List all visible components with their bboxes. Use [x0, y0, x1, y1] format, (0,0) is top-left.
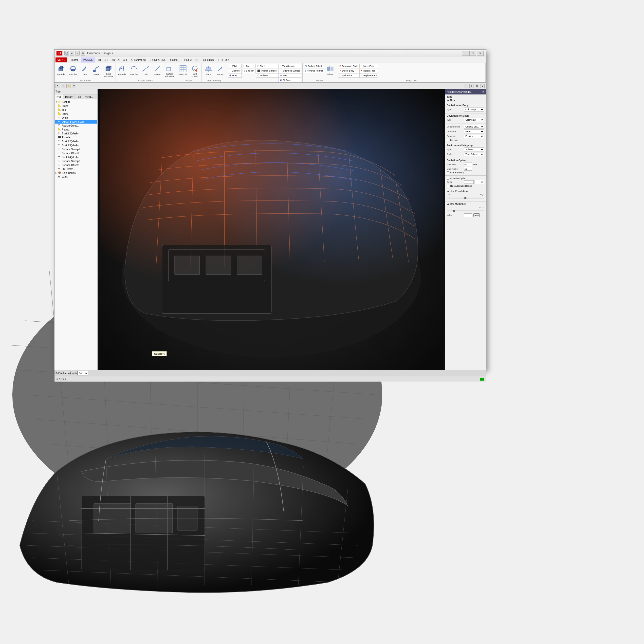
surface-offset-button[interactable]: ⊟ Surface Offset: [304, 64, 324, 68]
save-icon[interactable]: 💾: [64, 51, 69, 55]
tree-surface-sweep2[interactable]: ⬚ Surface Sweep2: [55, 159, 97, 163]
tree-sketch4mesh[interactable]: ✏ Sketch4(Mesh): [55, 155, 97, 159]
max-dist-input[interactable]: [464, 163, 472, 166]
vector-resolution-slider[interactable]: [447, 196, 484, 200]
cmd-rotate[interactable]: ↺: [72, 84, 76, 88]
shell-button[interactable]: ◻ Shell: [256, 64, 278, 68]
cut-button[interactable]: ✂ Cut: [242, 64, 256, 68]
tree-surface-sweep1[interactable]: ⬚ Surface Sweep1: [55, 147, 97, 151]
replace-face-button[interactable]: ⟳ Replace Face: [359, 73, 378, 78]
tree-right[interactable]: 📐 Right: [55, 112, 97, 116]
tree-front[interactable]: 📐 Front: [55, 104, 97, 108]
cmd-view-front[interactable]: F: [464, 84, 468, 88]
tree-solid-bodies[interactable]: ▶ 📦 Solid Bodies: [55, 171, 97, 175]
restore-button[interactable]: □: [469, 51, 476, 56]
mesh-fit-button[interactable]: Mesh Fit: [177, 64, 189, 78]
options-icon[interactable]: ⚙: [81, 51, 85, 55]
menu-polygons[interactable]: POLYGONS: [182, 57, 201, 62]
slider-thumb-2[interactable]: [453, 210, 455, 212]
surface-primitive-button[interactable]: Surface Primitive: [164, 64, 175, 78]
tree-cut47[interactable]: ⊟ Cut47: [55, 175, 97, 179]
tree-dipper[interactable]: ◈ Dipper Bucket Scan: [55, 120, 97, 124]
compare-select[interactable]: Original Sca...: [464, 125, 484, 129]
tree-plane1[interactable]: 📐 Plane1: [55, 128, 97, 131]
transform-body-button[interactable]: ⊞ Transform Body: [338, 64, 359, 68]
revolve-solid-button[interactable]: Revolve: [67, 64, 79, 78]
cmd-view-top[interactable]: T: [469, 84, 474, 88]
tree-sketch2mesh-2[interactable]: ✏ Sketch2(Mesh): [55, 139, 97, 143]
tree-sketch3mesh[interactable]: ✏ Sketch3(Mesh): [55, 143, 97, 147]
fill-face-button[interactable]: ▣ Fill Face: [278, 78, 302, 82]
menu-home[interactable]: HOME: [69, 57, 81, 62]
menu-sketch[interactable]: SKETCH: [95, 57, 110, 62]
extrude-surface-button[interactable]: Extrude: [116, 64, 128, 78]
draft-button[interactable]: ⬟ Draft: [228, 73, 242, 78]
sweep-surface-button[interactable]: Sweep: [152, 64, 163, 78]
menu-alignment[interactable]: ALIGNMENT: [129, 57, 148, 62]
menu-region[interactable]: REGION: [201, 57, 216, 62]
cmd-view-right[interactable]: R: [475, 84, 479, 88]
tree-tab-tree[interactable]: Tree: [55, 94, 63, 99]
tree-tab-help[interactable]: Help: [75, 94, 84, 99]
color-picker[interactable]: [464, 180, 474, 184]
tree-surface-offset1[interactable]: ⬚ Surface Offset1: [55, 151, 97, 155]
color-dropdown[interactable]: [475, 180, 484, 184]
cmd-pan[interactable]: ✋: [66, 84, 71, 88]
viewport[interactable]: Support: [98, 89, 445, 370]
env-texture-select[interactable]: True Sphere: [464, 152, 484, 156]
tree-3d-sketch[interactable]: ✏ 3D Sketch...: [55, 167, 97, 171]
max-angle-input[interactable]: [464, 167, 472, 171]
solid-primitive-button[interactable]: Solid Primitive: [103, 64, 114, 78]
deviation-body-type-select[interactable]: Color Map: [464, 108, 484, 111]
loft-wizard-button[interactable]: L Loft Wizard: [189, 64, 201, 78]
mirror-button[interactable]: Mirror: [325, 64, 336, 78]
tree-tab-view[interactable]: Viewp...: [83, 94, 95, 99]
redo-icon[interactable]: ↪: [75, 51, 80, 55]
menu-surfacing[interactable]: SURFACING: [148, 57, 168, 62]
view-mode-select[interactable]: Auto Aut...: [77, 371, 88, 375]
reverse-normal-button[interactable]: ↕ Reverse Normal: [304, 69, 324, 73]
continuity-select[interactable]: Position: [464, 134, 484, 138]
support-button[interactable]: Support: [65, 371, 69, 375]
menu-texture[interactable]: TEXTURE: [216, 57, 233, 62]
split-face-button[interactable]: ⊡ Split Face: [338, 73, 359, 78]
menu-points[interactable]: POINTS: [168, 57, 182, 62]
cmd-select[interactable]: ↖: [55, 84, 60, 88]
tree-surface-offset2[interactable]: ⬚ Surface Offset2: [55, 163, 97, 167]
radio-none[interactable]: None: [447, 99, 484, 101]
thicken-surface-button[interactable]: ⬛ Thicken Surface: [256, 69, 278, 73]
vector-value-input[interactable]: [464, 213, 472, 217]
auto-button[interactable]: Auto: [473, 213, 480, 217]
analyzer-close-icon[interactable]: ✕: [482, 91, 484, 93]
plane-button[interactable]: Plane: [203, 64, 214, 78]
vector-button[interactable]: Vector: [215, 64, 226, 78]
delete-body-button[interactable]: ✕ Delete Body: [338, 69, 359, 73]
tree-extrude1[interactable]: ⬛ Extrude1: [55, 135, 97, 139]
chamfer-button[interactable]: ◹ Chamfer: [228, 69, 242, 73]
revolve-surface-button[interactable]: Revolve: [128, 64, 140, 78]
delete-face-button[interactable]: ✗ Delete Face: [359, 69, 378, 73]
radio-none-dot[interactable]: [447, 99, 449, 101]
tree-sketch2mesh[interactable]: ✏ Sketch2(Mesh): [55, 131, 97, 135]
curvature-select[interactable]: Mean Gaussian: [464, 129, 484, 133]
deviation-mesh-type-select[interactable]: Color Map: [464, 118, 484, 122]
loft-surface-button[interactable]: Loft: [140, 64, 151, 78]
emboss-button[interactable]: ⬡ Emboss: [256, 73, 278, 78]
colorbar-checkbox[interactable]: [447, 177, 449, 180]
slider-thumb[interactable]: [464, 197, 466, 199]
extrude-solid-button[interactable]: Extrude: [55, 64, 67, 78]
tree-tab-display[interactable]: Display: [63, 94, 75, 99]
close-button[interactable]: ✕: [477, 51, 484, 56]
tree-top[interactable]: 📐 Top: [55, 108, 97, 112]
iso-line-checkbox[interactable]: [447, 139, 449, 141]
sweep-solid-button[interactable]: Sweep: [91, 64, 102, 78]
move-face-button[interactable]: ⤢ Move Face: [359, 64, 378, 68]
menu-3d-sketch[interactable]: 3D SKETCH: [110, 57, 129, 62]
tree-origin[interactable]: ✛ Origin: [55, 116, 97, 120]
env-type-select[interactable]: Sphere Cylinder: [464, 147, 484, 151]
hide-allowable-checkbox[interactable]: [447, 185, 449, 187]
trim-surface-button[interactable]: ✄ Trim Surface: [278, 64, 302, 68]
sew-button[interactable]: ⋈ Sew: [278, 73, 302, 78]
cmd-zoom[interactable]: 🔍: [61, 84, 65, 88]
menu-button[interactable]: MENU: [55, 57, 67, 62]
